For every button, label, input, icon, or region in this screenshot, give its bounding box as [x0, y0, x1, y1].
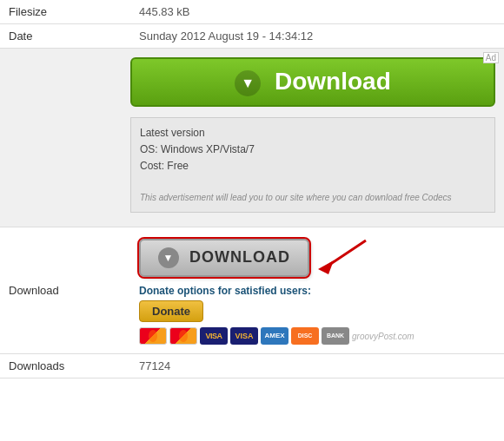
download-btn-text: DOWNLOAD — [189, 248, 290, 266]
visa-icon: VISA — [200, 327, 228, 345]
downloads-value: 77124 — [130, 354, 504, 378]
downloads-label: Downloads — [0, 354, 130, 378]
visa-icon-2: VISA — [230, 327, 258, 345]
ad-info-line2: OS: Windows XP/Vista/7 — [140, 142, 486, 158]
svg-marker-1 — [318, 260, 334, 274]
amex-icon: AMEX — [261, 327, 288, 345]
download-button[interactable]: DOWNLOAD — [139, 239, 309, 277]
payment-icons: VISA VISA AMEX DISC BANK groovyPost.com — [139, 327, 495, 345]
downloads-row: Downloads 77124 — [0, 354, 504, 378]
filesize-row: Filesize 445.83 kB — [0, 0, 504, 24]
filesize-label: Filesize — [0, 0, 130, 24]
watermark-small: groovyPost.com — [352, 332, 414, 341]
ad-info-line3: Cost: Free — [140, 158, 486, 174]
mastercard-icon-2 — [169, 327, 197, 345]
donate-section: Donate options for satisfied users: Dona… — [139, 280, 495, 345]
filesize-value: 445.83 kB — [130, 0, 504, 24]
ad-download-icon — [235, 70, 261, 96]
download-cell: DOWNLOAD Donate options for satisfied us… — [130, 227, 504, 354]
advertisement-row: Ad Download Latest version OS: Windows X… — [0, 49, 504, 227]
ad-download-text: Download — [275, 68, 391, 95]
discover-icon: DISC — [291, 327, 319, 345]
download-icon — [158, 247, 179, 268]
ad-info-line1: Latest version — [140, 125, 486, 142]
ad-disclaimer: This advertisement will lead you to our … — [140, 191, 486, 205]
date-row: Date Sunday 2012 August 19 - 14:34:12 — [0, 24, 504, 49]
download-row: Download DOWNLOAD Donate options for sat… — [0, 227, 504, 354]
donate-text: Donate options for satisfied users: — [139, 285, 495, 297]
red-arrow-indicator — [318, 236, 370, 280]
mastercard-icon — [139, 327, 167, 345]
date-label: Date — [0, 24, 130, 49]
download-area: DOWNLOAD — [139, 236, 495, 280]
download-label: Download — [0, 227, 130, 354]
ad-indicator: Ad — [483, 52, 499, 63]
ad-container: Ad Download Latest version OS: Windows X… — [0, 49, 504, 227]
bank-icon: BANK — [322, 327, 349, 345]
donate-button[interactable]: Donate — [139, 300, 203, 322]
date-value: Sunday 2012 August 19 - 14:34:12 — [130, 24, 504, 49]
ad-info-box: Latest version OS: Windows XP/Vista/7 Co… — [130, 117, 495, 214]
ad-download-button[interactable]: Download — [130, 57, 495, 107]
